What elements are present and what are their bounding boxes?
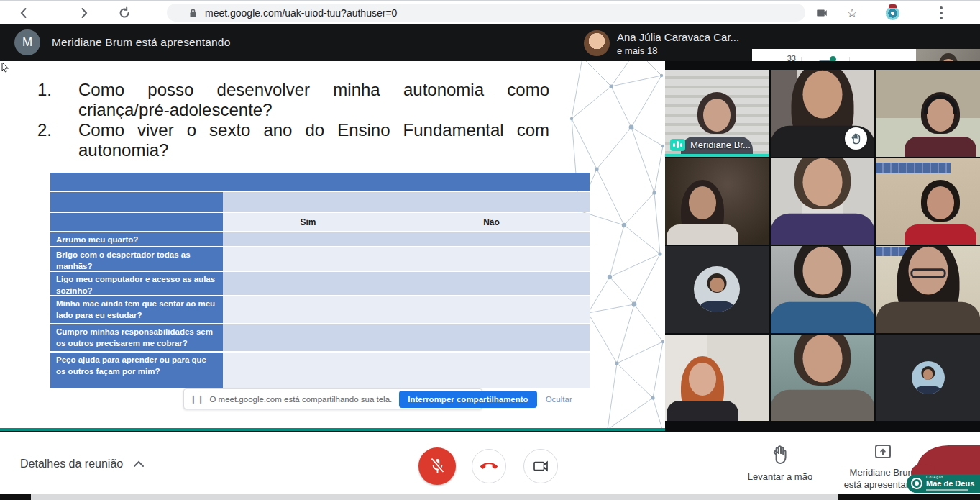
logo-ornament-icon <box>911 478 922 489</box>
list-number: 1. <box>37 80 78 120</box>
participant-name: Ana Júlia Caravaca Car... <box>617 31 739 43</box>
url-text: meet.google.com/uak-uiod-tuu?authuser=0 <box>205 7 397 19</box>
table-question: Minha mãe ainda tem que sentar ao meu la… <box>50 296 223 323</box>
participant-silhouette <box>665 356 746 421</box>
table-cell <box>393 247 590 271</box>
table-cell <box>393 192 590 212</box>
browser-forward-button[interactable] <box>75 4 93 22</box>
browser-menu-button[interactable] <box>932 4 951 22</box>
table-cell <box>223 192 393 212</box>
lock-icon <box>188 8 198 18</box>
participant-tile[interactable] <box>771 335 875 422</box>
extension-avatar-icon[interactable] <box>883 4 902 22</box>
pause-icon: ❙❙ <box>190 394 204 404</box>
table-header-yes: Sim <box>223 213 393 231</box>
table-cell <box>223 272 393 295</box>
table-question: Ligo meu computador e acesso as aulas so… <box>50 272 223 295</box>
wall-sign <box>876 163 951 173</box>
mouse-cursor-icon <box>1 63 10 73</box>
kebab-icon <box>940 12 943 14</box>
participant-tile[interactable] <box>876 335 980 422</box>
table-cell <box>393 272 590 295</box>
list-item: 1. Como posso desenvolver minha autonomi… <box>37 80 549 120</box>
participant-tile[interactable] <box>876 70 980 157</box>
table-cell <box>50 173 223 191</box>
participants-chip[interactable]: Ana Júlia Caravaca Car... e mais 18 <box>584 27 749 60</box>
table-cell <box>393 173 590 191</box>
meeting-details-label: Detalhes da reunião <box>20 458 123 471</box>
table-cell <box>223 232 393 246</box>
browser-toolbar: meet.google.com/uak-uiod-tuu?authuser=0 … <box>0 0 980 24</box>
microphone-mute-button[interactable] <box>418 447 456 485</box>
participant-tile[interactable] <box>665 246 769 333</box>
participant-tile[interactable] <box>771 70 875 157</box>
hide-link[interactable]: Ocultar <box>546 395 572 404</box>
table-row: Peço ajuda para aprender ou para que os … <box>50 353 590 388</box>
audio-activity-icon <box>670 139 685 151</box>
meet-top-bar: M Meridiane Brum está apresentando Ana J… <box>0 24 980 61</box>
table-question: Brigo com o despertador todas as manhãs? <box>50 247 223 271</box>
table-cell <box>393 353 590 388</box>
hand-icon <box>850 132 862 145</box>
active-speaker-bar <box>665 154 769 157</box>
participant-tile[interactable] <box>771 158 875 245</box>
reload-icon <box>118 6 131 19</box>
slide-question-list: 1. Como posso desenvolver minha autonomi… <box>37 80 549 160</box>
camera-toggle-button[interactable] <box>523 449 558 483</box>
table-cell <box>223 247 393 271</box>
participant-silhouette <box>897 92 980 157</box>
meet-window: meet.google.com/uak-uiod-tuu?authuser=0 … <box>0 0 980 500</box>
raise-hand-button[interactable]: Levantar a mão <box>737 444 823 483</box>
participant-silhouette <box>876 246 980 333</box>
browser-back-button[interactable] <box>14 4 33 22</box>
table-row: Cumpro minhas responsabilidades sem os o… <box>50 324 590 351</box>
participant-tile[interactable] <box>876 158 980 245</box>
speaker-name: Meridiane Br... <box>690 140 751 150</box>
table-row: Sim Não <box>50 213 590 231</box>
raised-hand-badge <box>845 127 867 150</box>
participant-tile[interactable] <box>771 246 875 333</box>
table-row: Arrumo meu quarto? <box>50 232 590 246</box>
table-cell <box>393 232 590 246</box>
logo-main-text: Mãe de Deus <box>926 480 974 488</box>
video-grid: Meridiane Br... <box>665 61 980 432</box>
presenter-avatar: M <box>14 29 40 55</box>
presenting-banner: Meridiane Brum está apresentando <box>52 36 231 49</box>
table-row: Ligo meu computador e acesso as aulas so… <box>50 272 590 295</box>
school-logo: Colégio Mãe de Deus <box>907 474 980 493</box>
participant-silhouette <box>771 335 875 422</box>
participant-tile[interactable]: Meridiane Br... <box>665 70 769 157</box>
bookmark-star-icon[interactable]: ☆ <box>843 4 861 22</box>
call-end-icon <box>480 458 498 475</box>
table-question: Arrumo meu quarto? <box>50 232 223 246</box>
leave-call-button[interactable] <box>472 449 506 483</box>
participant-name-label: Meridiane Br... <box>670 139 751 151</box>
address-bar[interactable]: meet.google.com/uak-uiod-tuu?authuser=0 <box>167 4 805 22</box>
list-text: Como posso desenvolver minha autonomia c… <box>78 80 549 120</box>
presentation-active-border <box>0 428 665 431</box>
table-cell <box>393 324 590 351</box>
mic-off-icon <box>429 457 446 476</box>
tab-media-indicator-icon[interactable] <box>812 4 831 22</box>
participant-tile[interactable] <box>665 335 769 422</box>
raise-hand-icon <box>771 444 789 464</box>
table-cell <box>50 192 223 212</box>
participant-silhouette <box>771 246 875 333</box>
table-cell <box>50 213 223 231</box>
horizontal-scrollbar[interactable] <box>31 494 838 500</box>
table-row: Brigo com o despertador todas as manhãs? <box>50 247 590 271</box>
bottom-edge-strip <box>0 494 980 500</box>
shared-screen-presentation: 1. Como posso desenvolver minha autonomi… <box>0 61 665 428</box>
stop-sharing-button[interactable]: Interromper compartilhamento <box>399 391 536 408</box>
participant-tile[interactable] <box>665 158 769 245</box>
raise-hand-label: Levantar a mão <box>748 471 812 483</box>
logo-tagline <box>926 489 968 491</box>
table-row <box>50 173 590 191</box>
slide-table: Sim Não Arrumo meu quarto? Brigo com o d… <box>50 173 590 390</box>
table-cell <box>393 296 590 323</box>
participant-tile[interactable] <box>876 246 980 333</box>
table-header-no: Não <box>393 213 590 231</box>
forward-arrow-icon <box>78 6 91 19</box>
browser-reload-button[interactable] <box>115 4 134 22</box>
meeting-details-button[interactable]: Detalhes da reunião <box>20 458 145 471</box>
